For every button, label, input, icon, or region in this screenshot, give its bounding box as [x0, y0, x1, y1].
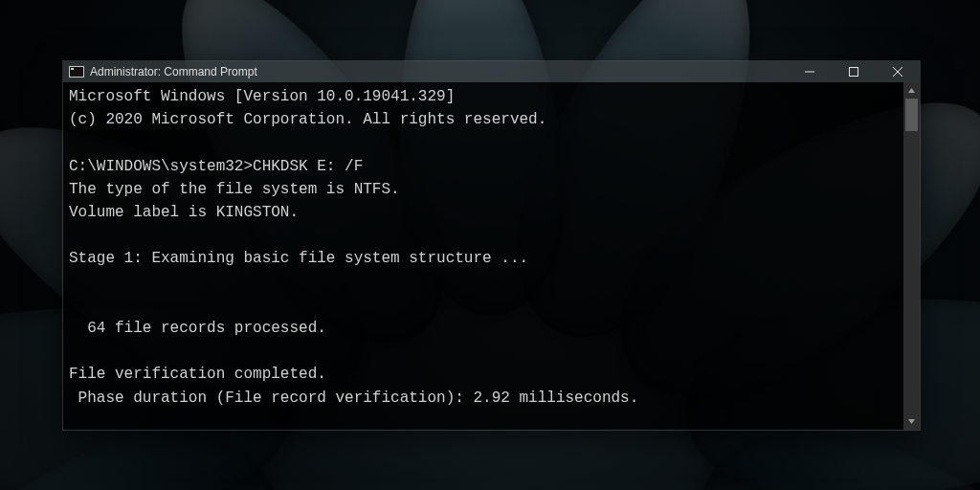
close-icon — [893, 67, 902, 77]
console-output[interactable]: Microsoft Windows [Version 10.0.19041.32… — [63, 82, 903, 430]
scroll-up-button[interactable] — [903, 82, 920, 99]
titlebar[interactable]: Administrator: Command Prompt — [63, 61, 920, 82]
chevron-up-icon — [907, 86, 916, 95]
chevron-down-icon — [907, 417, 916, 426]
vertical-scrollbar[interactable] — [903, 82, 920, 430]
minimize-button[interactable] — [788, 61, 832, 82]
client-area: Microsoft Windows [Version 10.0.19041.32… — [63, 82, 920, 430]
scroll-thumb[interactable] — [905, 99, 918, 131]
close-button[interactable] — [876, 61, 920, 82]
cmd-icon — [69, 66, 84, 78]
window-title: Administrator: Command Prompt — [90, 65, 257, 78]
scroll-down-button[interactable] — [903, 413, 920, 430]
svg-rect-0 — [805, 72, 814, 73]
maximize-icon — [849, 67, 858, 77]
desktop-wallpaper: Administrator: Command Prompt Microsoft … — [0, 0, 980, 490]
maximize-button[interactable] — [832, 61, 876, 82]
command-prompt-window: Administrator: Command Prompt Microsoft … — [62, 60, 921, 431]
minimize-icon — [805, 67, 814, 77]
svg-rect-1 — [850, 68, 858, 77]
